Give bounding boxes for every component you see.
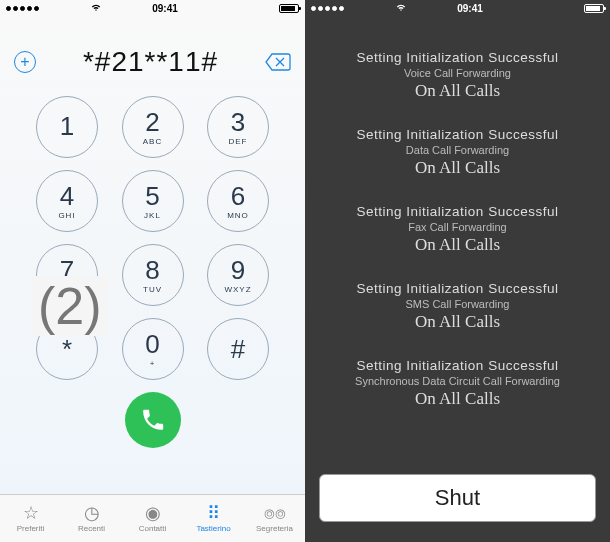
key-2[interactable]: 2ABC xyxy=(122,96,184,158)
result-data: Setting Initialization Successful Data C… xyxy=(313,127,602,178)
dialer-screen: 09:41 + *#21**11# 1 2ABC 3DEF 4GHI 5JKL … xyxy=(0,0,305,542)
entered-number: *#21**11# xyxy=(83,46,218,78)
backspace-icon[interactable] xyxy=(265,53,291,71)
result-sync: Setting Initialization Successful Synchr… xyxy=(313,358,602,409)
keypad: 1 2ABC 3DEF 4GHI 5JKL 6MNO 7PQRS 8TUV 9W… xyxy=(0,96,305,448)
clock-icon: ◷ xyxy=(84,504,100,522)
voicemail-icon: ⌾⌾ xyxy=(264,504,286,522)
wifi-icon xyxy=(90,2,102,14)
key-5[interactable]: 5JKL xyxy=(122,170,184,232)
status-bar-left: 09:41 xyxy=(0,0,305,16)
tab-favorites[interactable]: ☆Preferiti xyxy=(0,495,61,542)
key-8[interactable]: 8TUV xyxy=(122,244,184,306)
key-0[interactable]: 0+ xyxy=(122,318,184,380)
key-4[interactable]: 4GHI xyxy=(36,170,98,232)
result-fax: Setting Initialization Successful Fax Ca… xyxy=(313,204,602,255)
keypad-icon: ⠿ xyxy=(207,504,220,522)
status-bar-right: 09:41 xyxy=(305,0,610,16)
signal-dots-icon xyxy=(311,6,344,11)
dial-entry-row: + *#21**11# xyxy=(0,16,305,96)
key-9[interactable]: 9WXYZ xyxy=(207,244,269,306)
key-1[interactable]: 1 xyxy=(36,96,98,158)
result-voice: Setting Initialization Successful Voice … xyxy=(313,50,602,101)
star-icon: ☆ xyxy=(23,504,39,522)
tab-contacts[interactable]: ◉Contatti xyxy=(122,495,183,542)
tab-recents[interactable]: ◷Recenti xyxy=(61,495,122,542)
key-3[interactable]: 3DEF xyxy=(207,96,269,158)
key-hash[interactable]: # xyxy=(207,318,269,380)
battery-icon xyxy=(279,4,299,13)
shut-button[interactable]: Shut xyxy=(319,474,596,522)
tab-keypad[interactable]: ⠿Tastierino xyxy=(183,495,244,542)
signal-dots-icon xyxy=(6,6,39,11)
call-button[interactable] xyxy=(125,392,181,448)
key-6[interactable]: 6MNO xyxy=(207,170,269,232)
results-list: Setting Initialization Successful Voice … xyxy=(305,16,610,409)
result-screen: 09:41 Setting Initialization Successful … xyxy=(305,0,610,542)
result-sms: Setting Initialization Successful SMS Ca… xyxy=(313,281,602,332)
battery-icon xyxy=(584,4,604,13)
tab-bar: ☆Preferiti ◷Recenti ◉Contatti ⠿Tastierin… xyxy=(0,494,305,542)
add-contact-icon[interactable]: + xyxy=(14,51,36,73)
status-time: 09:41 xyxy=(457,3,483,14)
tab-voicemail[interactable]: ⌾⌾Segreteria xyxy=(244,495,305,542)
status-time: 09:41 xyxy=(152,3,178,14)
wifi-icon xyxy=(395,2,407,14)
contact-icon: ◉ xyxy=(145,504,161,522)
step-overlay: (2) xyxy=(32,276,108,336)
